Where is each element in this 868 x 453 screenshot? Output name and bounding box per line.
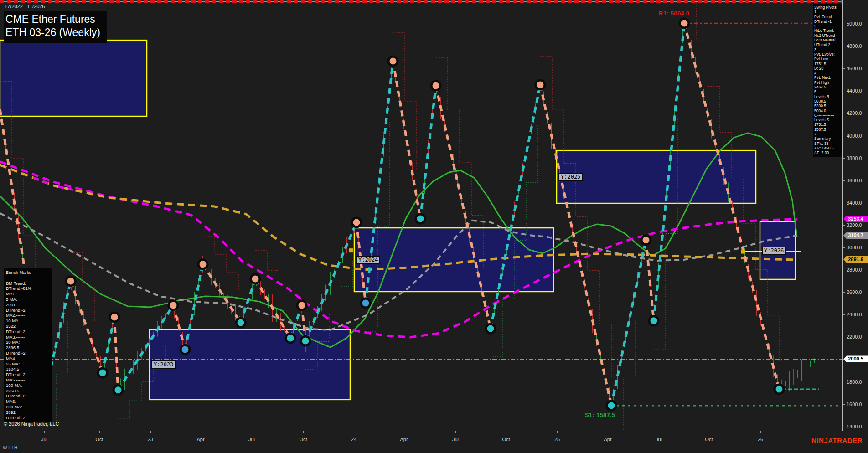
- bench-marks-line: DTrend -2: [6, 415, 51, 421]
- year-label-2023[interactable]: Y:2023: [151, 360, 176, 369]
- swing-pivots-line: SP's: 38: [814, 141, 843, 146]
- chart-canvas[interactable]: [0, 0, 842, 431]
- bench-marks-line: 2001: [6, 302, 51, 308]
- bench-marks-line: 20 MA:: [6, 340, 51, 345]
- time-tick-mark: [303, 431, 304, 433]
- swing-leg-down: [114, 317, 118, 390]
- bench-marks-line: MA3.------: [6, 335, 51, 340]
- r1-label: R1: 5004.0: [659, 10, 689, 17]
- price-tick-mark: [843, 382, 845, 382]
- swing-pivots-line: Pvt Low: [814, 57, 843, 61]
- swing-pivots-line: 2464.5: [814, 85, 843, 89]
- swing-pivots-line: DTrend -1: [814, 19, 843, 24]
- time-tick-mark: [608, 431, 608, 433]
- price-tick-label: 2600.0: [847, 289, 862, 295]
- instrument-watermark: W ETH: [3, 445, 17, 450]
- price-axis[interactable]: 5000.04800.04600.04400.04200.04000.03800…: [842, 0, 868, 431]
- pivot-high-marker: [198, 260, 207, 269]
- pivot-high-marker: [641, 236, 651, 245]
- swing-pivots-line: 1587.5: [814, 127, 843, 132]
- time-tick-label: Jul: [656, 437, 662, 442]
- swing-pivots-line: HiLo Trend:: [814, 28, 843, 33]
- pivot-high-marker: [110, 313, 119, 322]
- ninjatrader-logo: NINJATRADER: [811, 437, 863, 444]
- price-tick-mark: [843, 203, 845, 203]
- swing-pivots-line: Pvt High: [814, 80, 843, 85]
- date-range-label: 17/2022 - 11/2026: [5, 4, 45, 9]
- bench-marks-line: BM Trend:: [6, 281, 51, 286]
- pivot-high-marker: [388, 57, 398, 66]
- contract-period: ETH 03-26 (Weekly): [5, 26, 100, 39]
- time-tick-label: Jul: [452, 437, 459, 442]
- time-tick-mark: [354, 431, 354, 433]
- year-label-2024[interactable]: Y:2024: [356, 256, 380, 264]
- swing-pivots-line: 5004.0: [814, 108, 843, 113]
- time-axis[interactable]: JulOct23AprJulOct24AprJulOct25AprJulOct2…: [0, 431, 842, 445]
- bench-marks-line: MA6.------: [6, 399, 51, 404]
- swing-pivots-line: 7.-------------: [814, 132, 843, 136]
- price-tick-label: 3800.0: [847, 155, 862, 161]
- swing-pivots-line: AR: 1450.5: [814, 146, 843, 150]
- price-tick-label: 1400.0: [847, 424, 862, 429]
- pivot-low-marker: [361, 299, 370, 308]
- pivot-low-marker: [775, 385, 784, 394]
- price-tick-mark: [843, 68, 845, 69]
- year-range-box-2024[interactable]: [354, 228, 553, 292]
- swing-pivots-line: 1751.5: [814, 62, 843, 66]
- pivot-low-marker: [649, 316, 658, 325]
- swing-pivots-line: Pvt. Evolve:: [814, 52, 843, 57]
- price-tick-label: 3400.0: [847, 200, 862, 206]
- time-tick-label: 26: [758, 437, 763, 442]
- price-tick-mark: [843, 24, 845, 24]
- price-tick-label: 3000.0: [847, 245, 862, 250]
- swing-pivots-line: AF: 7.00: [814, 150, 843, 155]
- time-tick-label: Apr: [400, 437, 408, 442]
- bench-marks-line: MA5.------: [6, 377, 51, 383]
- swing-leg-down: [203, 264, 241, 323]
- swing-leg-up: [611, 240, 646, 406]
- price-tick-mark: [843, 158, 845, 159]
- price-tag-2891.9: 2891.9: [843, 256, 868, 263]
- ma-marker-square: [741, 250, 745, 254]
- year-range-box-2023[interactable]: [150, 329, 350, 400]
- bench-marks-line: 2892: [6, 410, 51, 415]
- copyright-label: © 2026 NinjaTrader, LLC: [4, 421, 59, 427]
- pivot-low-marker: [486, 324, 495, 333]
- swing-pivots-line: 5200.5: [814, 103, 843, 108]
- bench-marks-line: Bench Marks: [6, 270, 51, 275]
- price-tick-mark: [843, 427, 845, 427]
- swing-pivots-line: 5.-------------: [814, 89, 843, 94]
- time-tick-label: Oct: [299, 437, 307, 442]
- ninjatrader-chart-window: Y:2023Y:2024Y:2025Y:2026R1: 5004.0S1: 15…: [0, 0, 868, 453]
- year-range-box-2025[interactable]: [557, 150, 756, 203]
- bench-marks-line: 3104.5: [6, 366, 51, 372]
- swing-pivots-line: Lo:0 Neutral: [814, 38, 843, 42]
- time-tick-mark: [150, 431, 151, 433]
- swing-pivots-line: 1.-------------: [814, 10, 843, 14]
- time-tick-label: Apr: [196, 437, 204, 442]
- price-tag-3253.4: 3253.4: [843, 216, 868, 222]
- time-tick-mark: [709, 431, 709, 433]
- year-label-2026[interactable]: Y:2026: [762, 247, 786, 255]
- pivot-high-marker: [680, 19, 689, 28]
- time-tick-mark: [201, 431, 201, 433]
- time-tick-mark: [44, 431, 45, 433]
- year-label-2025[interactable]: Y:2025: [558, 173, 583, 181]
- pivot-low-marker: [286, 334, 295, 343]
- price-tick-mark: [843, 91, 845, 91]
- swing-pivots-line: Pvt. Next:: [814, 75, 843, 80]
- year-range-box-2022[interactable]: [0, 40, 147, 116]
- swing-pivots-panel: Swing Pivots1.-------------Pvt. Trend:DT…: [813, 4, 844, 157]
- price-tick-label: 4400.0: [847, 88, 862, 93]
- ma-marker-square: [349, 248, 353, 252]
- price-tick-mark: [843, 292, 845, 293]
- price-tick-label: 3600.0: [847, 178, 862, 183]
- swing-pivots-line: Pvt. Trend:: [814, 15, 843, 19]
- swing-pivots-line: 2.-------------: [814, 24, 843, 28]
- swing-pivots-line: 5638.5: [814, 99, 843, 103]
- swing-pivots-line: 6.-------------: [814, 113, 843, 118]
- time-tick-label: 24: [351, 437, 356, 442]
- time-tick-label: 25: [554, 437, 560, 442]
- pivot-high-marker: [66, 277, 75, 286]
- bench-marks-line: 2522: [6, 324, 51, 329]
